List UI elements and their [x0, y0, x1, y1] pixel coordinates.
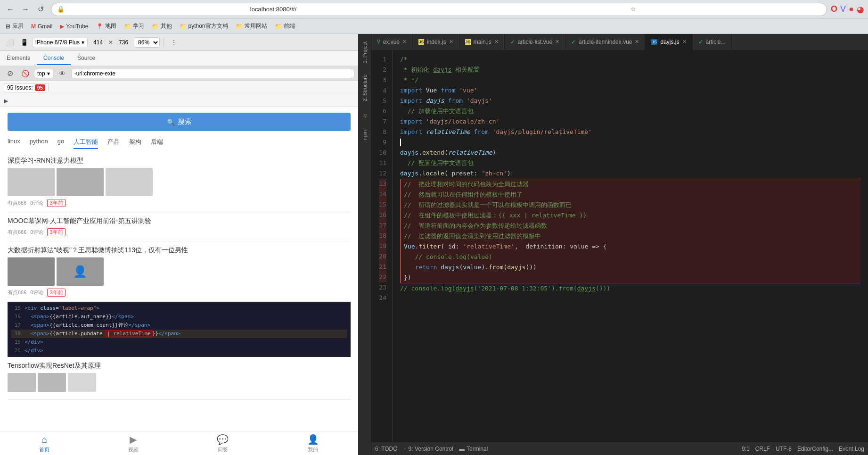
expand-row[interactable]: ▶	[0, 94, 358, 107]
article-item[interactable]: 深度学习-RNN注意力模型 有点666 0评论 3年前	[8, 152, 351, 212]
url-filter-input[interactable]: -url:chrome-exte	[71, 69, 354, 78]
line-col-indicator[interactable]: 9:1	[742, 446, 750, 452]
nav-backend[interactable]: 后端	[151, 138, 163, 149]
code-line: return dayjs(value).from(dayjs())	[400, 262, 860, 273]
search-icon: 🔍	[167, 118, 175, 126]
bottom-nav-qa[interactable]: 💬 问答	[217, 434, 229, 453]
height-input[interactable]	[115, 39, 132, 46]
tab-main-js[interactable]: JS main.js ✕	[459, 34, 505, 50]
code-line: import dayjs from 'dayjs'	[400, 96, 860, 106]
gmail-icon: M	[31, 23, 36, 30]
editorconfig-indicator[interactable]: EditorConfig...	[797, 446, 833, 452]
browser-content-wrapper: 🔍 搜索 linux python go 人工智能 产品 架构 后端	[0, 107, 358, 455]
encoding-selector[interactable]: UTF-8	[776, 446, 792, 452]
nav-linux[interactable]: linux	[8, 138, 20, 149]
forward-button[interactable]: →	[19, 3, 32, 16]
code-line: dayjs.locale( preset: 'zh-cn')	[400, 168, 860, 179]
line-ending-selector[interactable]: CRLF	[755, 446, 770, 452]
filter-btn[interactable]: 🚫	[19, 67, 31, 80]
tab-close-btn[interactable]: ✕	[635, 39, 639, 45]
code-editor[interactable]: /* * 初始化 dayjs 相关配置 * */ import Vue from…	[393, 50, 868, 442]
event-log-btn[interactable]: Event Log	[839, 446, 864, 452]
bottom-nav-home[interactable]: ⌂ 首页	[39, 434, 49, 453]
article-item[interactable]: Tensorflow实现ResNet及其原理	[8, 357, 351, 400]
user-icon: 👤	[307, 434, 319, 445]
article-item[interactable]: MOOC慕课网-人工智能产业应用前沿-第五讲测验 有点666 0评论 3年前	[8, 212, 351, 241]
code-line: // 加载使用中文语言包	[400, 106, 860, 116]
tab-close-btn[interactable]: ✕	[449, 39, 453, 45]
article-title: 深度学习-RNN注意力模型	[8, 157, 351, 165]
device-selector[interactable]: iPhone 6/7/8 Plus ▾	[32, 38, 88, 47]
code-line: // 管道符前面的内容会作为参数传递给过滤器函数	[400, 221, 860, 231]
todo-btn[interactable]: 6: TODO	[375, 446, 398, 452]
chevron-icon: ▾	[82, 39, 84, 46]
nav-arch[interactable]: 架构	[129, 138, 141, 149]
side-panel: 1: Project 2: Structure ☆ npm	[358, 34, 371, 455]
devtools-panels: Elements Console Source	[0, 51, 358, 66]
bookmark-maps[interactable]: 📍 地图	[96, 22, 116, 30]
structure-panel-btn[interactable]: 2: Structure	[362, 71, 368, 105]
width-input[interactable]	[90, 39, 106, 46]
bookmark-youtube[interactable]: ▶ YouTube	[60, 23, 88, 30]
zoom-selector[interactable]: 86%	[134, 37, 160, 48]
tab-source[interactable]: Source	[71, 52, 102, 65]
tab-close-btn[interactable]: ✕	[402, 39, 407, 45]
tab-close-btn[interactable]: ✕	[555, 39, 559, 45]
bottom-bar-left: 6: TODO ⑂ 9: Version Control ▬ Terminal	[375, 446, 488, 452]
bookmark-python-docs[interactable]: 📁 python官方文档	[180, 22, 228, 30]
nav-product[interactable]: 产品	[107, 138, 120, 149]
bottom-nav-video[interactable]: ▶ 视频	[128, 434, 139, 453]
eye-btn[interactable]: 👁	[56, 67, 68, 80]
video-icon: ▶	[130, 434, 137, 445]
version-control-btn[interactable]: ⑂ 9: Version Control	[403, 446, 453, 452]
code-line	[400, 137, 860, 148]
tab-close-btn[interactable]: ✕	[682, 39, 687, 45]
html-source-panel: 15 <div class="label-wrap"> 16 <span>{{a…	[8, 302, 351, 357]
issues-count[interactable]: 95 Issues: 95	[4, 83, 49, 92]
mobile-nav: linux python go 人工智能 产品 架构 后端	[0, 135, 358, 152]
more-options-btn[interactable]: ⋮	[168, 36, 180, 49]
nav-ai[interactable]: 人工智能	[74, 138, 98, 149]
bookmark-study[interactable]: 📁 学习	[124, 22, 144, 30]
nav-go[interactable]: go	[57, 138, 64, 149]
issues-bar: 95 Issues: 95	[0, 81, 358, 94]
code-line: // 在组件的模板中使用过滤器：{{ xxx | relativeTime }}	[400, 210, 860, 221]
code-line: /*	[400, 54, 860, 65]
npm-panel-btn[interactable]: npm	[362, 126, 368, 144]
project-panel-btn[interactable]: 1: Project	[362, 38, 368, 67]
article-item[interactable]: 大数据折射算法"歧视"？王思聪微博抽奖113位，仅有一位男性 👤 有点666 0…	[8, 241, 351, 302]
favorites-panel-btn[interactable]: ☆	[361, 109, 368, 123]
bottom-nav-mine[interactable]: 👤 我的	[307, 434, 319, 453]
tab-index-js[interactable]: JS index.js ✕	[413, 34, 459, 50]
back-button[interactable]: ←	[4, 3, 17, 16]
responsive-btn[interactable]: 📱	[18, 36, 30, 49]
mobile-search-bar[interactable]: 🔍 搜索	[8, 113, 351, 131]
article-title: 大数据折射算法"歧视"？王思聪微博抽奖113位，仅有一位男性	[8, 246, 351, 255]
tab-ex-vue[interactable]: V ex.vue ✕	[371, 34, 413, 50]
terminal-btn[interactable]: ▬ Terminal	[459, 446, 488, 452]
tab-article-more[interactable]: ✓ article...	[693, 34, 732, 50]
extra-icon: ●	[849, 4, 854, 14]
bookmark-gmail[interactable]: M Gmail	[31, 23, 52, 30]
refresh-button[interactable]: ↺	[34, 3, 47, 16]
article-images	[8, 373, 351, 392]
tab-elements[interactable]: Elements	[0, 52, 37, 65]
time-badge: 3年前	[47, 228, 65, 236]
article-images	[8, 168, 351, 196]
bookmark-apps[interactable]: ⊞ 应用	[6, 22, 24, 30]
tab-article-item[interactable]: ✓ article-item\index.vue ✕	[565, 34, 645, 50]
bookmark-frontend[interactable]: 📁 前端	[275, 22, 295, 30]
top-selector[interactable]: top ▾	[34, 69, 53, 78]
main-area: ⬜ 📱 iPhone 6/7/8 Plus ▾ ✕ 86% ⋮ Elements…	[0, 34, 868, 455]
tab-dayjs[interactable]: JS dayjs.js ✕	[645, 34, 692, 50]
address-bar[interactable]: 🔒 localhost:8080/#/ ☆	[51, 3, 827, 16]
tab-close-btn[interactable]: ✕	[494, 39, 499, 45]
bookmark-common-sites[interactable]: 📁 常用网站	[236, 22, 267, 30]
bookmark-star[interactable]: ☆	[631, 6, 821, 13]
tab-console[interactable]: Console	[37, 52, 71, 65]
nav-python[interactable]: python	[30, 138, 48, 149]
tab-article-list[interactable]: ✓ article-list.vue ✕	[505, 34, 565, 50]
clear-btn[interactable]: ⊘	[4, 67, 16, 80]
inspect-btn[interactable]: ⬜	[4, 36, 16, 49]
bookmark-other[interactable]: 📁 其他	[152, 22, 172, 30]
